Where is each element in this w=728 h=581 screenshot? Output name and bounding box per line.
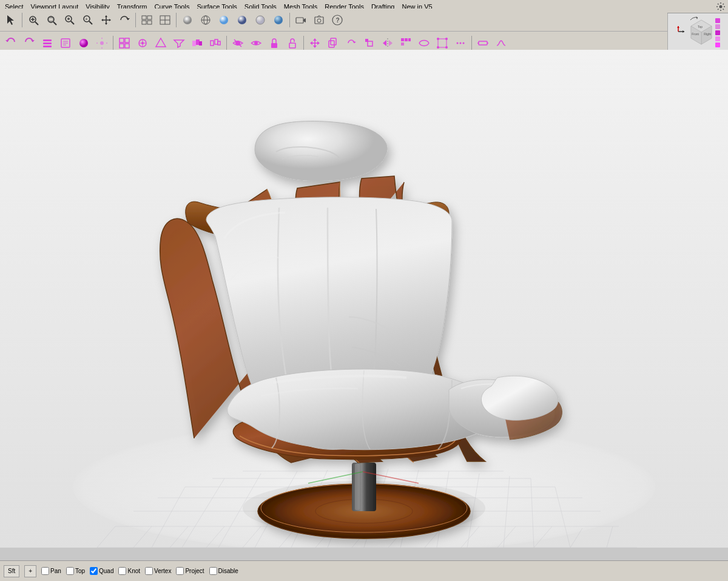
- svg-rect-90: [408, 38, 411, 41]
- y-axis-cube[interactable]: [715, 24, 720, 29]
- top-checkbox[interactable]: Top: [66, 567, 85, 575]
- array-btn[interactable]: [397, 35, 414, 52]
- z-axis-cube[interactable]: [715, 30, 720, 35]
- sep1: [22, 13, 22, 27]
- named-views-btn[interactable]: [138, 12, 155, 29]
- pan-label: Pan: [50, 568, 61, 574]
- toolbars-container: +: [0, 8, 667, 55]
- svg-marker-13: [105, 23, 107, 25]
- cage-btn[interactable]: [434, 35, 451, 52]
- svg-point-29: [238, 16, 246, 24]
- svg-point-97: [457, 42, 459, 44]
- snap-plus-btn[interactable]: +: [24, 565, 36, 577]
- svg-marker-106: [677, 26, 679, 28]
- svg-point-99: [463, 42, 465, 44]
- svg-rect-55: [125, 38, 129, 42]
- pan-btn[interactable]: [98, 12, 115, 29]
- disable-label: Disable: [218, 568, 238, 574]
- rotate-btn[interactable]: [343, 35, 360, 52]
- svg-rect-42: [43, 42, 52, 44]
- material-btn[interactable]: [75, 35, 92, 52]
- wireframe-btn[interactable]: [197, 12, 214, 29]
- group-btn[interactable]: [189, 35, 206, 52]
- properties-btn[interactable]: [57, 35, 74, 52]
- svg-marker-14: [101, 19, 103, 21]
- show-btn[interactable]: [248, 35, 265, 52]
- viewport-layout-btn[interactable]: [157, 12, 174, 29]
- svg-rect-73: [289, 43, 295, 48]
- svg-rect-43: [43, 46, 52, 47]
- lock-btn[interactable]: [266, 35, 283, 52]
- ungroup-btn[interactable]: [207, 35, 224, 52]
- unlock-btn[interactable]: [284, 35, 301, 52]
- svg-marker-104: [682, 30, 684, 33]
- svg-rect-84: [365, 39, 368, 42]
- grid-btn[interactable]: [116, 35, 133, 52]
- snap-btn[interactable]: [134, 35, 151, 52]
- svg-marker-15: [109, 19, 111, 21]
- x-axis-cube[interactable]: [715, 18, 720, 23]
- w-axis-cube[interactable]: [715, 36, 720, 41]
- zoom-selected-btn[interactable]: [61, 12, 78, 29]
- flow-btn[interactable]: [416, 35, 433, 52]
- svg-rect-80: [331, 38, 336, 45]
- stretch-btn[interactable]: [474, 35, 491, 52]
- svg-point-24: [183, 16, 192, 24]
- mirror-btn[interactable]: [379, 35, 396, 52]
- more-btn[interactable]: [452, 35, 469, 52]
- svg-text:Front: Front: [692, 32, 699, 36]
- shaded-btn[interactable]: [215, 12, 232, 29]
- settings-icon[interactable]: [716, 2, 726, 12]
- help-btn[interactable]: ?: [329, 12, 346, 29]
- orient-btn[interactable]: [152, 35, 169, 52]
- twist-btn[interactable]: [493, 35, 510, 52]
- quad-label: Quad: [99, 568, 113, 574]
- quad-checkbox[interactable]: Quad: [90, 567, 113, 575]
- xray-btn[interactable]: [270, 12, 287, 29]
- render-preview-btn[interactable]: [179, 12, 196, 29]
- svg-marker-86: [383, 40, 386, 46]
- snapshot-btn[interactable]: [311, 12, 328, 29]
- copy-btn[interactable]: [325, 35, 342, 52]
- viewport-nav-panel: Top Right Front: [667, 13, 728, 50]
- svg-rect-17: [142, 16, 146, 19]
- redo-btn[interactable]: [21, 35, 38, 52]
- svg-rect-57: [125, 44, 129, 48]
- svg-point-36: [317, 19, 321, 22]
- undo-btn[interactable]: [2, 35, 19, 52]
- disable-checkbox[interactable]: Disable: [209, 567, 238, 575]
- sep4: [289, 13, 290, 27]
- knot-checkbox[interactable]: Knot: [118, 567, 140, 575]
- zoom-extents-btn[interactable]: [25, 12, 42, 29]
- scale-btn[interactable]: [361, 35, 378, 52]
- vertex-checkbox[interactable]: Vertex: [145, 567, 171, 575]
- zoom-in-btn[interactable]: +: [79, 12, 96, 29]
- svg-rect-41: [43, 39, 52, 41]
- viewport-3d[interactable]: [0, 50, 728, 548]
- select-tool-btn[interactable]: [2, 12, 19, 29]
- ghosted-btn[interactable]: [252, 12, 269, 29]
- svg-point-32: [274, 16, 283, 24]
- svg-rect-19: [142, 21, 146, 24]
- project-checkbox[interactable]: Project: [176, 567, 204, 575]
- hide-btn[interactable]: [229, 35, 246, 52]
- svg-point-28: [220, 16, 228, 24]
- rotate-view-btn[interactable]: [116, 12, 133, 29]
- svg-text:Right: Right: [704, 32, 711, 36]
- move-btn[interactable]: [306, 35, 323, 52]
- v-axis-cube[interactable]: [715, 42, 720, 47]
- snap-shift-btn[interactable]: Sft: [4, 565, 19, 577]
- filter-btn[interactable]: [170, 35, 187, 52]
- layers-btn[interactable]: [39, 35, 56, 52]
- svg-text:Top: Top: [697, 25, 702, 29]
- svg-rect-65: [199, 41, 202, 46]
- zoom-window-btn[interactable]: [43, 12, 60, 29]
- svg-marker-39: [5, 40, 9, 42]
- camera-btn[interactable]: [292, 12, 309, 29]
- svg-point-71: [254, 41, 258, 45]
- svg-marker-16: [126, 18, 130, 20]
- sun-btn[interactable]: [93, 35, 110, 52]
- rendered-btn[interactable]: [234, 12, 251, 29]
- svg-line-4: [53, 22, 56, 25]
- pan-checkbox[interactable]: Pan: [41, 567, 61, 575]
